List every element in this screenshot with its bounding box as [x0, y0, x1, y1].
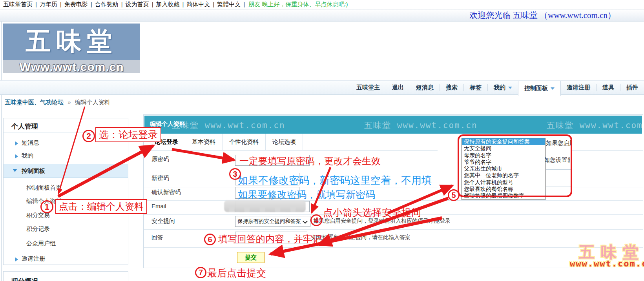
step-circle-5: 5: [448, 189, 460, 201]
annotation-note-newpassword: 如果不修改密码，新密码这里空着，不用填: [238, 175, 432, 186]
greeting-text: 朋友 晚上好，保重身体、早点休息吧:): [248, 1, 348, 8]
header-watermark: 五味堂 www.wwt.com.cn: [547, 120, 642, 131]
top-link-simplified[interactable]: 简体中文: [186, 1, 217, 8]
breadcrumb: 五味堂中医、气功论坛 » 编辑个人资料: [5, 99, 110, 106]
corner-watermark-url: www.wwt.com.cn: [570, 259, 644, 268]
welcome-text: 欢迎您光临 五味堂 （www.wwt.com.cn）: [469, 10, 616, 21]
annotation-step3-text: 一定要填写原密码，更改才会生效: [239, 156, 381, 166]
step-circle-6: 6: [204, 234, 216, 245]
old-password-label: 原密码: [151, 156, 169, 163]
header-watermark: 五味堂 www.wwt.com.cn: [172, 120, 285, 131]
annotation-step6-text: 填写回答的内容，并牢记: [218, 234, 322, 244]
step-circle-1: 1: [40, 200, 53, 213]
sidebar-item-messages[interactable]: 短消息: [22, 139, 39, 147]
header-watermark: 五味堂 www.wwt.com.cn: [364, 120, 478, 131]
step-circle-7: 7: [195, 267, 206, 278]
sidebar-item-invite[interactable]: 邀请注册: [22, 255, 45, 263]
step-circle-4: 4: [310, 214, 322, 226]
nav-control-panel-active[interactable]: 控制面板: [518, 81, 561, 96]
step-circle-3: 3: [229, 168, 241, 180]
email-redaction-blur: [224, 200, 306, 212]
nav-mine-label: 我的: [494, 84, 505, 91]
sidebar-item-control-panel[interactable]: 控制面板: [22, 167, 45, 175]
nav-props[interactable]: 道具: [596, 84, 620, 91]
annotation-step7-text: 最后点击提交: [207, 268, 266, 278]
nav-bar: 五味堂主 退出 短消息 搜索 标签 我的 控制面板 邀请注册 道具 插件: [0, 80, 644, 95]
chevron-down-icon: [303, 219, 308, 224]
top-link-bar: 五味堂首页 万年历 免费电影 合作赞助 设为首页 加入收藏 简体中文 繁體中文 …: [0, 0, 644, 9]
page: 五味堂首页 万年历 免费电影 合作赞助 设为首页 加入收藏 简体中文 繁體中文 …: [0, 0, 644, 281]
annotation-step2-box: 选：论坛登录: [95, 127, 161, 142]
row-divider: [144, 229, 643, 230]
tab-personalized-profile[interactable]: 个性化资料: [223, 134, 266, 150]
nav-logout[interactable]: 退出: [386, 84, 410, 91]
top-link-set-homepage[interactable]: 设为首页: [126, 1, 156, 8]
sidebar-credit-overview: 积分概况: [3, 271, 128, 281]
chevron-down-icon: [508, 87, 512, 89]
nav-control-panel-label: 控制面板: [524, 85, 548, 92]
tab-basic-profile[interactable]: 基本资料: [185, 134, 223, 150]
row-divider: [144, 200, 643, 201]
annotation-note-confirmpassword: 如果要修改密码，就填写新密码: [238, 189, 375, 200]
welcome-bar: 欢迎您光临 五味堂 （www.wwt.com.cn）: [0, 9, 644, 22]
nav-username[interactable]: 五味堂主: [350, 84, 386, 91]
chevron-down-icon: [551, 87, 555, 90]
sidebar-item-public-usergroup[interactable]: 公众用户组: [26, 240, 56, 247]
nav-plugins[interactable]: 插件: [620, 84, 644, 91]
logo-title-glyphs: 五味堂: [3, 24, 140, 58]
security-question-label: 安全提问: [151, 218, 175, 225]
sidebar-item-credit-log[interactable]: 积分记录: [26, 225, 50, 233]
top-link-sponsor[interactable]: 合作赞助: [95, 1, 126, 8]
nav-tags[interactable]: 标签: [463, 84, 487, 91]
top-link-home[interactable]: 五味堂首页: [3, 1, 40, 8]
new-password-label: 新密码: [151, 174, 169, 182]
sidebar-item-mine[interactable]: 我的: [22, 152, 33, 160]
row-divider: [144, 247, 643, 248]
top-link-bookmark[interactable]: 加入收藏: [156, 1, 187, 8]
collapsed-arrow-icon: [15, 154, 18, 158]
divider: [8, 251, 123, 251]
step-circle-2: 2: [82, 130, 95, 142]
breadcrumb-forum-link[interactable]: 五味堂中医、气功论坛: [5, 99, 64, 105]
nav-search[interactable]: 搜索: [440, 84, 463, 91]
tab-forum-options[interactable]: 论坛选项: [266, 134, 303, 150]
sidebar-section-title: 个人管理: [11, 122, 38, 131]
expanded-arrow-icon: [13, 169, 17, 172]
annotation-red-box: [458, 134, 572, 197]
answer-hint: 如您设置新的安全提问，请在此输入答案: [312, 234, 410, 241]
nav-invite[interactable]: 邀请注册: [561, 84, 596, 91]
confirm-password-label: 确认新密码: [151, 189, 181, 196]
sidebar-section2-title: 积分概况: [11, 277, 38, 281]
annotation-step1-box: 点击：编辑个人资料: [55, 199, 147, 214]
collapsed-arrow-icon: [15, 141, 18, 145]
logo-url-text: Www.wwt.com.cn: [3, 60, 140, 73]
panel-header-bar: 五味堂 www.wwt.com.cn 五味堂 www.wwt.com.cn 五味…: [144, 116, 642, 134]
nav-messages[interactable]: 短消息: [410, 84, 440, 91]
security-question-select[interactable]: 保持原有的安全提问和答案: [235, 216, 310, 227]
page-left-border: [1, 22, 2, 281]
answer-label: 回答: [151, 234, 163, 241]
nav-mine[interactable]: 我的: [487, 84, 518, 91]
submit-button[interactable]: 提交: [237, 252, 265, 263]
email-label: Email: [151, 203, 166, 209]
collapsed-arrow-icon: [15, 257, 18, 261]
top-link-calendar[interactable]: 万年历: [40, 1, 64, 8]
sidebar-item-cp-home[interactable]: 控制面板首页: [26, 184, 62, 192]
security-question-hint: 如果您启用安全提问，登录时需填入相应的项目才能登录: [313, 218, 451, 225]
breadcrumb-separator: »: [68, 99, 71, 105]
top-link-movies[interactable]: 免费电影: [64, 1, 95, 8]
security-question-selected-value: 保持原有的安全提问和答案: [237, 218, 301, 225]
site-logo[interactable]: 五味堂 Www.wwt.com.cn: [3, 24, 140, 73]
top-link-traditional[interactable]: 繁體中文: [217, 1, 248, 8]
annotation-step4-text: 点小箭头选择安全提问: [323, 208, 421, 218]
breadcrumb-current: 编辑个人资料: [75, 99, 110, 105]
